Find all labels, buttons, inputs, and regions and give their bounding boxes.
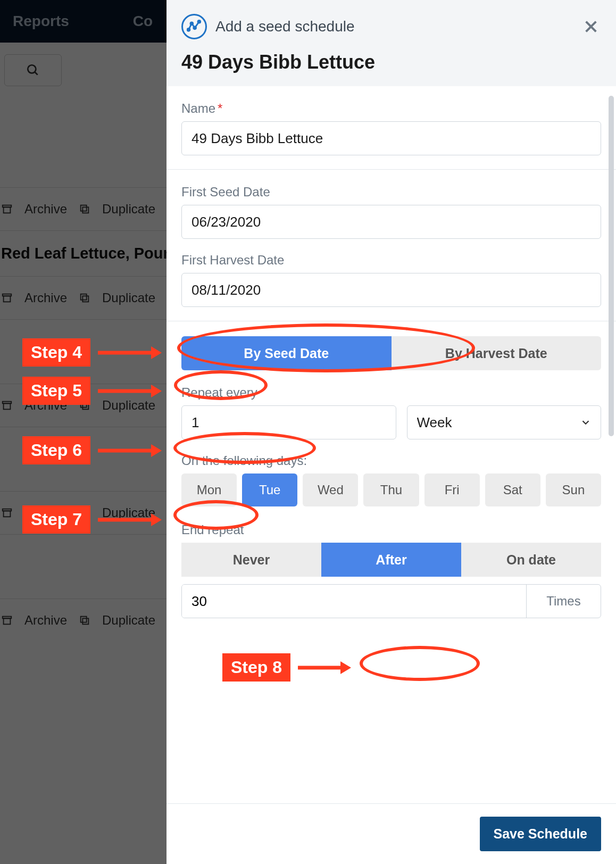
times-suffix: Times <box>526 585 601 618</box>
arrow-icon <box>98 345 162 361</box>
svg-point-24 <box>194 27 196 29</box>
days-label: On the following days: <box>181 453 601 468</box>
svg-point-22 <box>187 29 190 31</box>
svg-marker-31 <box>151 385 162 397</box>
drawer-title: Add a seed schedule <box>215 18 355 35</box>
arrow-icon <box>98 512 162 528</box>
first-seed-input[interactable] <box>181 205 601 239</box>
weekday-fri[interactable]: Fri <box>424 473 480 506</box>
weekday-tue[interactable]: Tue <box>242 473 297 506</box>
save-schedule-button[interactable]: Save Schedule <box>480 817 601 851</box>
first-seed-label: First Seed Date <box>181 185 601 200</box>
by-harvest-date-tab[interactable]: By Harvest Date <box>392 336 602 370</box>
end-option-on-date[interactable]: On date <box>461 543 601 577</box>
close-button[interactable] <box>581 16 601 37</box>
svg-point-25 <box>198 20 201 23</box>
date-mode-toggle: By Seed Date By Harvest Date <box>181 336 601 370</box>
weekday-sat[interactable]: Sat <box>485 473 540 506</box>
svg-marker-33 <box>151 444 162 457</box>
step-4-badge: Step 4 <box>22 338 90 367</box>
svg-point-23 <box>190 22 193 25</box>
arrow-icon <box>98 383 162 399</box>
weekday-thu[interactable]: Thu <box>363 473 419 506</box>
drawer-body: Name* First Seed Date First Harvest Date… <box>167 86 616 803</box>
first-harvest-input[interactable] <box>181 273 601 307</box>
end-option-never[interactable]: Never <box>181 543 321 577</box>
first-harvest-label: First Harvest Date <box>181 253 601 268</box>
schedule-icon <box>181 14 207 39</box>
step-7-badge: Step 7 <box>22 505 90 534</box>
by-seed-date-tab[interactable]: By Seed Date <box>181 336 392 370</box>
drawer-subtitle: 49 Days Bibb Lettuce <box>181 51 601 73</box>
chevron-down-icon <box>580 417 592 428</box>
name-label: Name <box>181 101 215 116</box>
end-option-after[interactable]: After <box>321 543 461 577</box>
drawer-footer: Save Schedule <box>167 803 616 864</box>
repeat-unit-select[interactable] <box>407 405 602 439</box>
repeat-label: Repeat every <box>181 385 601 400</box>
svg-marker-35 <box>151 513 162 526</box>
close-icon <box>582 18 600 35</box>
step-5-badge: Step 5 <box>22 377 90 405</box>
end-after-row: Times <box>181 584 601 618</box>
repeat-count-input[interactable] <box>181 405 396 439</box>
step-6-badge: Step 6 <box>22 436 90 464</box>
weekday-sun[interactable]: Sun <box>546 473 601 506</box>
end-repeat-label: End repeat <box>181 522 601 537</box>
seed-schedule-drawer: Add a seed schedule 49 Days Bibb Lettuce… <box>167 0 616 864</box>
weekday-mon[interactable]: Mon <box>181 473 237 506</box>
end-after-count-input[interactable] <box>182 585 526 618</box>
drawer-header: Add a seed schedule 49 Days Bibb Lettuce <box>167 0 616 86</box>
name-input[interactable] <box>181 121 601 155</box>
weekday-wed[interactable]: Wed <box>303 473 358 506</box>
weekday-selector: MonTueWedThuFriSatSun <box>181 473 601 506</box>
step-8-badge: Step 8 <box>222 653 290 682</box>
svg-marker-29 <box>151 346 162 359</box>
svg-marker-37 <box>340 661 351 674</box>
required-mark: * <box>218 101 222 116</box>
end-repeat-toggle: NeverAfterOn date <box>181 543 601 577</box>
arrow-icon <box>298 660 351 676</box>
arrow-icon <box>98 443 162 459</box>
